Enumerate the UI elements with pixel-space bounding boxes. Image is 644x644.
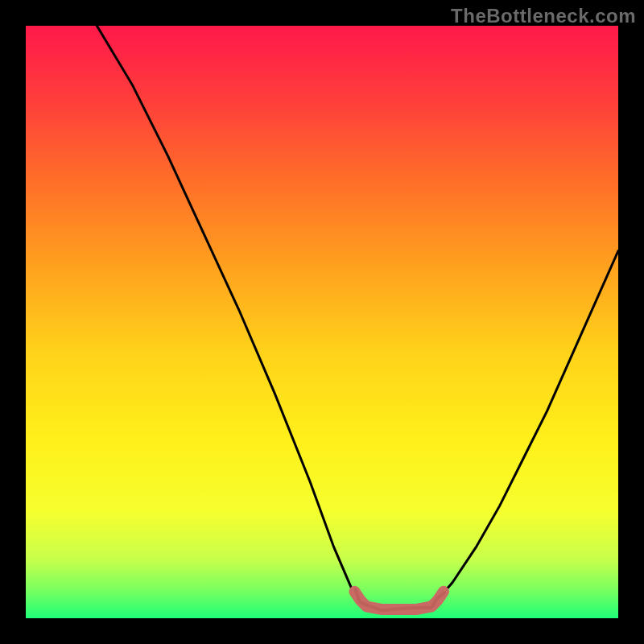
chart-svg: [26, 26, 618, 618]
gradient-background: [26, 26, 618, 618]
watermark-label: TheBottleneck.com: [451, 5, 636, 27]
plot-area: [26, 26, 618, 618]
chart-frame: TheBottleneck.com: [0, 0, 644, 644]
